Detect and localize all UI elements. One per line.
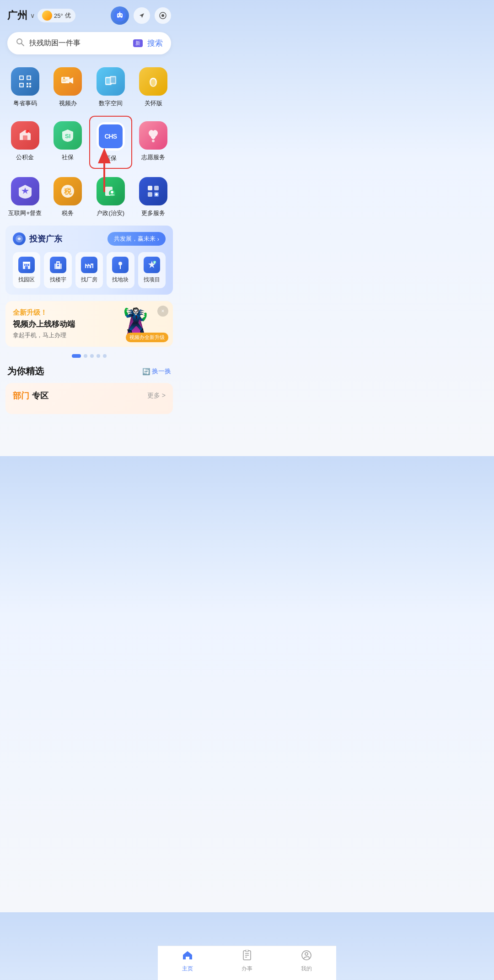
svg-rect-28	[111, 77, 115, 83]
service-row-2: 公积金 SI 社保 CHS 医保	[0, 116, 178, 169]
social-security-icon: SI	[54, 121, 82, 150]
svg-rect-17	[27, 83, 28, 85]
dot-4[interactable]	[97, 354, 100, 358]
svg-rect-57	[54, 264, 57, 269]
svg-rect-20	[29, 86, 31, 87]
banner-text-area: 全新升级！ 视频办上线移动端 拿起手机，马上办理	[13, 308, 97, 339]
invest-item-land[interactable]: 找地块	[107, 252, 134, 288]
search-icon	[16, 38, 25, 49]
service-item-medical-insurance[interactable]: CHS 医保	[89, 116, 132, 169]
dept-more-link[interactable]: 更多 >	[147, 392, 166, 400]
park-icon	[18, 257, 35, 273]
svg-rect-31	[23, 135, 27, 140]
svg-point-30	[151, 79, 156, 86]
weather-temp: 25°	[54, 12, 63, 19]
svg-rect-4	[118, 17, 121, 18]
park-label: 找园区	[18, 276, 35, 284]
svg-rect-14	[27, 76, 30, 79]
svg-point-46	[155, 193, 158, 196]
digital-space-icon	[97, 67, 125, 96]
svg-text:SI: SI	[65, 133, 70, 140]
video-office-label: 视频办	[59, 99, 77, 108]
header-right	[111, 6, 171, 25]
city-chevron-icon[interactable]: ∨	[30, 12, 35, 19]
svg-rect-55	[23, 262, 30, 263]
dept-title-wrap: 部门 专区	[13, 390, 48, 401]
digital-space-label: 数字空间	[99, 99, 123, 108]
internet-supervision-icon	[11, 177, 39, 205]
invest-grid: 找园区 找楼宇	[13, 252, 166, 288]
building-label: 找楼宇	[50, 276, 66, 284]
weather-sun-icon	[42, 11, 52, 21]
invest-cta-button[interactable]: 共发展，赢未来 ›	[107, 232, 166, 246]
banner-subtitle: 拿起手机，马上办理	[13, 331, 97, 339]
invest-item-project[interactable]: 找项目	[138, 252, 166, 288]
service-item-digital-space[interactable]: 数字空间	[89, 62, 132, 113]
invest-header: 投资广东 共发展，赢未来 ›	[13, 232, 166, 246]
svg-rect-52	[26, 264, 27, 266]
weather-badge: 25° 优	[38, 9, 75, 22]
banner-section[interactable]: 全新升级！ 视频办上线移动端 拿起手机，马上办理 × 🦹 视频办全新升级	[5, 301, 173, 347]
search-new-badge: 新	[133, 39, 143, 47]
svg-line-10	[21, 43, 24, 46]
service-item-internet-supervision[interactable]: 互联网+督查	[4, 172, 47, 223]
dot-5[interactable]	[103, 354, 107, 358]
svg-point-41	[111, 191, 113, 194]
dot-1[interactable]	[72, 354, 81, 358]
robot-avatar[interactable]	[111, 6, 129, 25]
search-bar[interactable]: 扶残助困一件事 新 搜索	[7, 32, 171, 54]
service-item-video-office[interactable]: 视频办	[47, 62, 90, 113]
service-item-provident-fund[interactable]: 公积金	[4, 116, 47, 169]
land-label: 找地块	[112, 276, 129, 284]
invest-title: 投资广东	[13, 232, 62, 245]
svg-rect-23	[62, 80, 68, 81]
svg-point-33	[27, 130, 29, 132]
dot-3[interactable]	[90, 354, 94, 358]
volunteer-label: 志愿服务	[141, 153, 165, 162]
service-item-more-services[interactable]: 更多服务	[132, 172, 175, 223]
svg-rect-12	[20, 76, 23, 79]
land-icon	[112, 257, 129, 273]
svg-point-35	[152, 140, 155, 142]
service-item-volunteer[interactable]: 志愿服务	[132, 116, 175, 169]
household-label: 户政(治安)	[97, 209, 124, 217]
provident-fund-icon	[11, 121, 39, 150]
svg-point-22	[63, 77, 65, 79]
refresh-icon: 🔄	[142, 368, 150, 375]
svg-point-2	[118, 15, 119, 16]
banner-upgrade-badge: 视频办全新升级	[126, 333, 168, 342]
svg-rect-18	[29, 83, 31, 85]
service-item-tax[interactable]: 税 税务	[47, 172, 90, 223]
invest-logo-icon	[13, 232, 26, 245]
service-item-household[interactable]: 户政(治安)	[89, 172, 132, 223]
tax-icon: 税	[54, 177, 82, 205]
dept-card-header: 部门 专区 更多 >	[13, 390, 166, 401]
chs-logo: CHS	[99, 124, 123, 148]
record-icon[interactable]	[155, 7, 171, 24]
invest-item-building[interactable]: 找楼宇	[44, 252, 71, 288]
city-name[interactable]: 广州	[7, 9, 27, 22]
weather-quality: 优	[65, 11, 71, 20]
service-item-social-security[interactable]: SI 社保	[47, 116, 90, 169]
refresh-button[interactable]: 🔄 换一换	[142, 367, 171, 376]
invest-item-park[interactable]: 找园区	[13, 252, 40, 288]
location-icon[interactable]	[134, 7, 150, 24]
search-button[interactable]: 搜索	[147, 38, 163, 48]
department-card: 部门 专区 更多 >	[5, 383, 173, 414]
service-row-3: 互联网+督查 税 税务 户政(治安)	[0, 172, 178, 223]
svg-rect-44	[148, 192, 152, 197]
svg-rect-62	[88, 266, 90, 268]
invest-item-factory[interactable]: 找厂房	[75, 252, 103, 288]
yue-code-label: 粤省事码	[13, 99, 37, 108]
svg-rect-24	[62, 81, 66, 82]
svg-rect-51	[24, 264, 26, 266]
service-item-yue-code[interactable]: 粤省事码	[4, 62, 47, 113]
service-item-care-version[interactable]: 关怀版	[132, 62, 175, 113]
factory-icon	[81, 257, 97, 273]
header: 广州 ∨ 25° 优	[0, 0, 178, 28]
dot-2[interactable]	[84, 354, 87, 358]
medical-insurance-icon: CHS	[97, 122, 125, 151]
dept-title-orange: 部门	[13, 390, 29, 401]
dept-title-black: 专区	[32, 390, 48, 401]
svg-rect-58	[59, 264, 62, 269]
